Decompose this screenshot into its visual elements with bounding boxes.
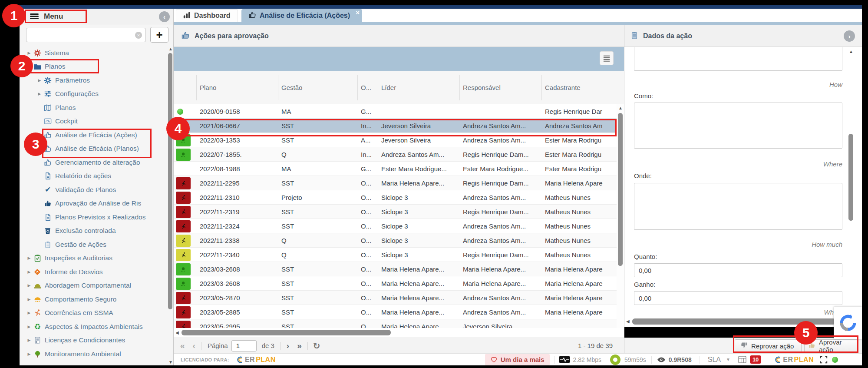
- column-header-gestao[interactable]: Gestão: [278, 71, 357, 104]
- sidebar-item-label: Planos Previstos x Realizados: [55, 213, 146, 221]
- sidebar-item[interactable]: Planos Previstos x Realizados: [20, 210, 167, 224]
- expander-icon[interactable]: ▶: [26, 283, 33, 288]
- table-row[interactable]: 2022/07-1855.QIn...Andreza Santos Am...R…: [174, 147, 617, 162]
- sidebar-item[interactable]: ▶Abordagem Comportamental: [20, 279, 167, 293]
- expander-icon[interactable]: ▶: [26, 311, 33, 315]
- scroll-down-icon[interactable]: ▼: [168, 360, 173, 365]
- details-vscroll-thumb[interactable]: [848, 134, 853, 221]
- table-row[interactable]: 2023/03-2608SSTO...Maria Helena Apare...…: [174, 262, 617, 276]
- sidebar-scrollbar[interactable]: ▲ ▼: [167, 46, 174, 365]
- table-row[interactable]: 2020/09-0158MAG...Regis Henrique Dar: [174, 104, 617, 119]
- table-row[interactable]: 2022/11-2295SSTO...Maria Helena Apare...…: [174, 176, 617, 190]
- sidebar-scroll-thumb[interactable]: [168, 53, 172, 309]
- scroll-up-icon[interactable]: ▲: [849, 50, 853, 54]
- cell-cadastrante: Matheus Nunes: [541, 219, 617, 233]
- cell-o: O...: [357, 291, 378, 305]
- sidebar-item[interactable]: ▶Monitoramento Ambiental: [20, 347, 167, 361]
- table-row[interactable]: 2022/11-2319SSTO...Siclope 3Regis Henriq…: [174, 205, 617, 219]
- grid-hscroll-thumb[interactable]: [182, 330, 391, 335]
- table-row[interactable]: 2022/11-2310ProjetoO...Siclope 3Andreza …: [174, 190, 617, 205]
- sla-label[interactable]: SLA: [708, 356, 721, 364]
- sidebar-item[interactable]: ▶Sistema: [20, 46, 167, 60]
- status-bar: LICENCIADO PARA: ERPLAN Um dia a mais 2.…: [174, 353, 862, 365]
- cell-o: O...: [357, 205, 378, 219]
- expander-icon[interactable]: ▶: [26, 270, 33, 274]
- page-input[interactable]: [231, 340, 257, 351]
- sidebar-item[interactable]: Cockpit: [20, 115, 167, 129]
- grid-menu-button[interactable]: [600, 51, 614, 65]
- table-row[interactable]: 2022/11-2340QO...Siclope 3Regis Henrique…: [174, 248, 617, 262]
- fullscreen-icon[interactable]: [820, 356, 828, 364]
- gear-red-icon: [33, 49, 42, 57]
- sidebar-item[interactable]: ▶Informe de Desvios: [20, 265, 167, 279]
- cell-gestao: Q: [278, 233, 357, 248]
- scroll-left-icon[interactable]: ◀: [626, 319, 630, 324]
- table-row[interactable]: 2022/08-1988MAG...Ester Mara Rodrigue...…: [174, 162, 617, 176]
- sidebar-item[interactable]: ▶Parâmetros: [20, 73, 167, 87]
- next-page-icon[interactable]: ›: [283, 341, 293, 351]
- sidebar-item[interactable]: Gestão de Ações: [20, 238, 167, 252]
- column-header-cadastrante[interactable]: Cadastrante: [541, 71, 617, 104]
- close-tab-icon[interactable]: ×: [356, 10, 360, 16]
- details-vscrollbar[interactable]: ▲: [848, 47, 855, 327]
- sidebar-item[interactable]: ✔Validação de Planos: [20, 183, 167, 197]
- sidebar-item[interactable]: Aprovação de Análise de Ris: [20, 197, 167, 211]
- add-button[interactable]: +: [150, 27, 168, 43]
- cell-cadastrante: Matheus Nunes: [541, 190, 617, 205]
- table-row[interactable]: 2022/11-2324SSTO...Siclope 3Andreza Sant…: [174, 219, 617, 233]
- sidebar-item[interactable]: ▶Inspeções e Auditorias: [20, 252, 167, 265]
- column-header-plano[interactable]: Plano: [196, 71, 278, 104]
- grid-vscroll-thumb[interactable]: [618, 113, 623, 266]
- panel-expand-button[interactable]: ›: [844, 30, 855, 42]
- spreadsheet-icon[interactable]: [738, 356, 746, 363]
- column-header-lider[interactable]: Líder: [378, 71, 459, 104]
- table-row[interactable]: 2023/05-2995SSTO...Maria Helena Apare...…: [174, 319, 617, 328]
- ganho-input[interactable]: [634, 291, 842, 305]
- table-row[interactable]: 2023/05-2870SSTO...Maria Helena Apare...…: [174, 291, 617, 305]
- sidebar-item[interactable]: Exclusão controlada: [20, 224, 167, 238]
- scroll-left-icon[interactable]: ◀: [175, 331, 179, 335]
- scroll-up-icon[interactable]: ▲: [168, 47, 173, 51]
- expander-icon[interactable]: ▶: [26, 297, 33, 302]
- sidebar-item[interactable]: Planos: [20, 101, 167, 115]
- sidebar-item[interactable]: ▶Configurações: [20, 87, 167, 101]
- column-header-responsavel[interactable]: Responsável: [459, 71, 541, 104]
- notification-badge[interactable]: 10: [750, 355, 761, 364]
- um-dia-a-mais-banner[interactable]: Um dia a mais: [485, 354, 550, 365]
- grid-vscrollbar[interactable]: ▲: [617, 104, 624, 328]
- first-page-icon[interactable]: «: [176, 341, 189, 351]
- cell-responsavel: Ester Mara Rodrigue...: [459, 162, 541, 176]
- table-row[interactable]: 2023/05-2885SSTO...Maria Helena Apare...…: [174, 305, 617, 319]
- search-input[interactable]: [26, 28, 126, 42]
- last-page-icon[interactable]: »: [293, 341, 306, 351]
- table-row[interactable]: 2023/03-2608SSTO...Maria Helena Apare...…: [174, 276, 617, 291]
- expander-icon[interactable]: ▶: [36, 92, 43, 96]
- expander-icon[interactable]: ▶: [26, 256, 33, 260]
- grid-hscrollbar[interactable]: ◀: [174, 328, 624, 338]
- cell-gestao: Q: [278, 248, 357, 262]
- prev-page-icon[interactable]: ‹: [189, 341, 199, 351]
- sidebar-item[interactable]: Relatório de ações: [20, 169, 167, 183]
- column-header-o[interactable]: O...: [357, 71, 378, 104]
- refresh-icon[interactable]: ↻: [313, 341, 320, 351]
- sidebar-item[interactable]: ▶Ocorrências em SSMA: [20, 306, 167, 320]
- expander-icon[interactable]: ▶: [26, 338, 33, 342]
- expander-icon[interactable]: ▶: [26, 51, 33, 55]
- sidebar-collapse-button[interactable]: ‹: [159, 11, 170, 22]
- scroll-up-icon[interactable]: ▲: [618, 106, 623, 110]
- expander-icon[interactable]: ▶: [26, 325, 33, 329]
- onde-textarea[interactable]: [634, 183, 842, 230]
- tab-analysis[interactable]: Análise de Eficácia (Ações) ×: [241, 9, 362, 22]
- quanto-input[interactable]: [634, 263, 842, 277]
- tab-dashboard[interactable]: Dashboard: [176, 9, 238, 22]
- sidebar-item[interactable]: ▶Licenças e Condicionantes: [20, 334, 167, 348]
- clear-search-icon[interactable]: ×: [135, 32, 142, 39]
- expander-icon[interactable]: ▶: [36, 78, 43, 83]
- como-textarea[interactable]: [634, 103, 842, 149]
- sla-dropdown-icon[interactable]: ▼: [726, 357, 730, 362]
- table-row[interactable]: 2022/11-2338QO...Siclope 3Andreza Santos…: [174, 233, 617, 248]
- top-field-textarea[interactable]: [634, 47, 842, 71]
- sidebar-item[interactable]: ▶♻Aspectos & Impactos Ambientais: [20, 320, 167, 334]
- expander-icon[interactable]: ▶: [26, 352, 33, 356]
- sidebar-item[interactable]: ▶Comportamento Seguro: [20, 292, 167, 306]
